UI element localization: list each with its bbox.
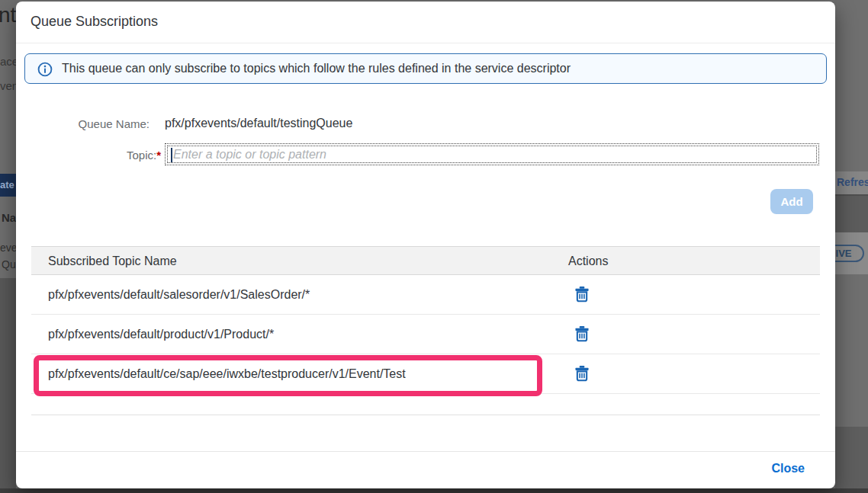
- table-empty-area: [31, 394, 820, 415]
- backdrop-selected-row-fragment: ate: [0, 174, 16, 197]
- delete-icon[interactable]: [573, 286, 591, 304]
- table-row: pfx/pfxevents/default/salesorder/v1/Sale…: [31, 275, 820, 315]
- backdrop-left-strip: nts ace ven ate Na eve Qu: [0, 0, 16, 493]
- screen: nts ace ven ate Na eve Qu Refres IVE Que…: [0, 0, 868, 493]
- delete-icon[interactable]: [573, 365, 591, 383]
- required-marker: *: [156, 149, 161, 162]
- queue-name-value: pfx/pfxevents/default/testingQueue: [165, 117, 352, 130]
- dialog-title: Queue Subscriptions: [31, 14, 158, 30]
- topic-input[interactable]: [166, 144, 818, 165]
- topic-cell: pfx/pfxevents/default/salesorder/v1/Sale…: [48, 275, 310, 315]
- topic-cell: pfx/pfxevents/default/ce/sap/eee/iwxbe/t…: [48, 354, 406, 394]
- backdrop-cell-fragment: Qu: [2, 258, 16, 271]
- table-header-row: Subscribed Topic Name Actions: [31, 246, 820, 275]
- table-row: pfx/pfxevents/default/product/v1/Product…: [31, 315, 820, 354]
- backdrop-text-fragment: ven: [0, 79, 16, 92]
- column-header-topic: Subscribed Topic Name: [48, 247, 177, 276]
- backdrop-cell-fragment: eve: [0, 242, 16, 254]
- queue-subscriptions-dialog: Queue Subscriptions This queue can only …: [16, 2, 835, 488]
- backdrop-dark-band: [835, 427, 868, 493]
- dialog-titlebar: Queue Subscriptions: [16, 2, 835, 43]
- info-icon: [37, 62, 53, 77]
- backdrop-bottom-strip: [0, 488, 868, 493]
- backdrop-row-band: IVE: [835, 232, 868, 274]
- backdrop-page-title-fragment: nts: [0, 3, 16, 27]
- refresh-button-fragment: Refres: [837, 171, 868, 194]
- topic-input-wrap: [165, 143, 819, 165]
- backdrop-dark-area: [0, 278, 16, 493]
- backdrop-dark-band: [835, 196, 868, 232]
- backdrop-right-strip: Refres IVE: [835, 0, 868, 493]
- add-button[interactable]: Add: [770, 189, 813, 214]
- close-button[interactable]: Close: [771, 462, 805, 475]
- subscribed-topics-table: Subscribed Topic Name Actions pfx/pfxeve…: [31, 246, 820, 415]
- column-header-actions: Actions: [568, 247, 608, 276]
- status-badge-fragment: IVE: [835, 245, 864, 262]
- topic-cell: pfx/pfxevents/default/product/v1/Product…: [48, 315, 274, 354]
- delete-icon[interactable]: [573, 325, 591, 344]
- backdrop-column-header-fragment: Na: [2, 211, 16, 224]
- text-caret: [171, 148, 172, 162]
- table-row-highlighted: pfx/pfxevents/default/ce/sap/eee/iwxbe/t…: [31, 354, 820, 394]
- info-message-text: This queue can only subscribe to topics …: [62, 62, 571, 75]
- info-message-strip: This queue can only subscribe to topics …: [24, 53, 827, 84]
- backdrop-toolbar-band: Refres: [835, 171, 868, 196]
- backdrop-selected-row-label: ate: [0, 174, 14, 197]
- queue-name-label: Queue Name:: [16, 117, 149, 130]
- topic-label: Topic:*: [16, 149, 161, 162]
- dialog-footer: Close: [16, 451, 835, 488]
- backdrop-text-fragment: ace: [0, 55, 16, 68]
